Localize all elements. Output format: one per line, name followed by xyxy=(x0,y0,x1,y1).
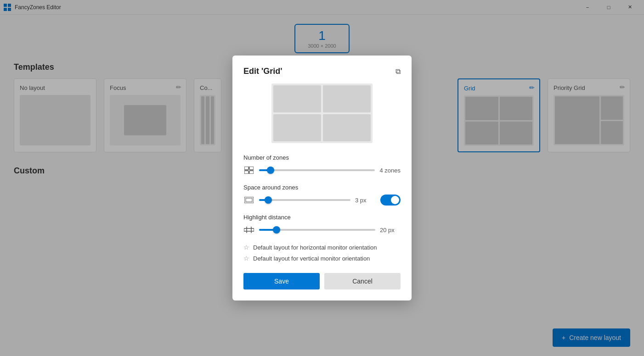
svg-rect-9 xyxy=(246,198,252,202)
space-row: 3 px xyxy=(243,195,401,206)
svg-rect-10 xyxy=(244,228,254,231)
zones-slider-thumb[interactable] xyxy=(267,167,274,174)
highlight-value: 20 px xyxy=(380,227,401,234)
zones-row: 4 zones xyxy=(243,165,401,176)
edit-grid-dialog: Edit 'Grid' ⧉ Number of zones xyxy=(232,56,412,300)
space-setting: Space around zones 3 px xyxy=(243,184,401,206)
default-horizontal-option[interactable]: ☆ Default layout for horizontal monitor … xyxy=(243,244,401,251)
star-vertical-icon: ☆ xyxy=(243,255,249,262)
dialog-cell-2 xyxy=(323,85,371,112)
zones-value: 4 zones xyxy=(379,167,401,174)
space-toggle[interactable] xyxy=(380,195,401,206)
default-horizontal-label: Default layout for horizontal monitor or… xyxy=(253,244,377,251)
space-slider-thumb[interactable] xyxy=(265,196,272,204)
dialog-cell-1 xyxy=(273,85,321,112)
zones-label: Number of zones xyxy=(243,154,401,161)
highlight-row: 20 px xyxy=(243,224,401,235)
space-label: Space around zones xyxy=(243,184,401,191)
space-value: 3 px xyxy=(355,197,376,204)
zones-slider-container[interactable] xyxy=(259,166,375,175)
toggle-knob xyxy=(391,196,399,204)
dialog-cell-3 xyxy=(273,114,321,141)
space-slider-container[interactable] xyxy=(259,195,350,205)
star-horizontal-icon: ☆ xyxy=(243,244,249,251)
space-icon xyxy=(243,195,254,206)
copy-icon[interactable]: ⧉ xyxy=(395,67,401,76)
save-button[interactable]: Save xyxy=(243,273,320,289)
highlight-slider-thumb[interactable] xyxy=(273,226,280,234)
dialog-cell-4 xyxy=(323,114,371,141)
highlight-slider-container[interactable] xyxy=(259,225,375,234)
default-vertical-label: Default layout for vertical monitor orie… xyxy=(253,255,370,262)
highlight-label: Highlight distance xyxy=(243,214,401,221)
zones-icon xyxy=(243,165,254,176)
dialog-overlay: Edit 'Grid' ⧉ Number of zones xyxy=(0,0,644,356)
highlight-icon xyxy=(243,224,254,235)
svg-rect-5 xyxy=(249,167,254,170)
highlight-slider-track xyxy=(259,229,375,231)
dialog-buttons: Save Cancel xyxy=(243,273,401,289)
zones-setting: Number of zones 4 zones xyxy=(243,154,401,176)
svg-rect-6 xyxy=(244,171,249,174)
zones-slider-track xyxy=(259,169,375,171)
svg-rect-4 xyxy=(244,167,249,170)
space-slider-track xyxy=(259,199,350,201)
default-vertical-option[interactable]: ☆ Default layout for vertical monitor or… xyxy=(243,255,401,262)
highlight-setting: Highlight distance 20 px xyxy=(243,214,401,235)
dialog-grid-preview xyxy=(271,83,373,143)
dialog-header: Edit 'Grid' ⧉ xyxy=(243,67,401,76)
svg-rect-7 xyxy=(249,171,254,174)
cancel-button[interactable]: Cancel xyxy=(324,273,401,289)
dialog-title: Edit 'Grid' xyxy=(243,67,282,76)
